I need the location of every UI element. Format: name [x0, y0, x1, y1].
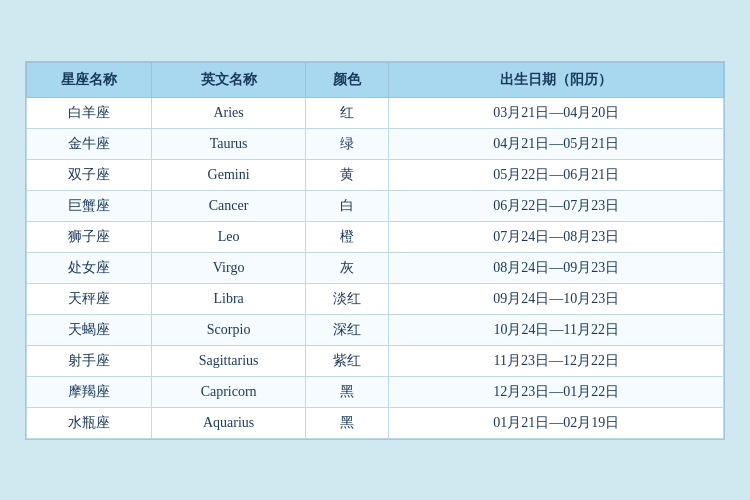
cell-english-name: Gemini	[152, 159, 305, 190]
table-row: 天蝎座Scorpio深红10月24日—11月22日	[27, 314, 724, 345]
cell-color: 绿	[305, 128, 389, 159]
cell-english-name: Capricorn	[152, 376, 305, 407]
zodiac-table-container: 星座名称 英文名称 颜色 出生日期（阳历） 白羊座Aries红03月21日—04…	[25, 61, 725, 440]
zodiac-table: 星座名称 英文名称 颜色 出生日期（阳历） 白羊座Aries红03月21日—04…	[26, 62, 724, 439]
cell-color: 白	[305, 190, 389, 221]
table-row: 狮子座Leo橙07月24日—08月23日	[27, 221, 724, 252]
table-row: 金牛座Taurus绿04月21日—05月21日	[27, 128, 724, 159]
cell-birth-date: 11月23日—12月22日	[389, 345, 724, 376]
table-body: 白羊座Aries红03月21日—04月20日金牛座Taurus绿04月21日—0…	[27, 97, 724, 438]
cell-color: 红	[305, 97, 389, 128]
cell-english-name: Aries	[152, 97, 305, 128]
cell-color: 灰	[305, 252, 389, 283]
header-birth-date: 出生日期（阳历）	[389, 62, 724, 97]
cell-birth-date: 06月22日—07月23日	[389, 190, 724, 221]
cell-birth-date: 08月24日—09月23日	[389, 252, 724, 283]
cell-birth-date: 01月21日—02月19日	[389, 407, 724, 438]
table-row: 白羊座Aries红03月21日—04月20日	[27, 97, 724, 128]
cell-color: 深红	[305, 314, 389, 345]
cell-chinese-name: 天蝎座	[27, 314, 152, 345]
cell-chinese-name: 双子座	[27, 159, 152, 190]
cell-english-name: Libra	[152, 283, 305, 314]
cell-color: 黑	[305, 407, 389, 438]
table-row: 双子座Gemini黄05月22日—06月21日	[27, 159, 724, 190]
cell-english-name: Sagittarius	[152, 345, 305, 376]
cell-color: 淡红	[305, 283, 389, 314]
cell-chinese-name: 水瓶座	[27, 407, 152, 438]
cell-chinese-name: 天秤座	[27, 283, 152, 314]
cell-chinese-name: 摩羯座	[27, 376, 152, 407]
cell-color: 黑	[305, 376, 389, 407]
cell-birth-date: 03月21日—04月20日	[389, 97, 724, 128]
table-header-row: 星座名称 英文名称 颜色 出生日期（阳历）	[27, 62, 724, 97]
cell-english-name: Aquarius	[152, 407, 305, 438]
cell-english-name: Leo	[152, 221, 305, 252]
header-english-name: 英文名称	[152, 62, 305, 97]
cell-english-name: Taurus	[152, 128, 305, 159]
table-row: 水瓶座Aquarius黑01月21日—02月19日	[27, 407, 724, 438]
cell-color: 橙	[305, 221, 389, 252]
cell-english-name: Cancer	[152, 190, 305, 221]
cell-birth-date: 07月24日—08月23日	[389, 221, 724, 252]
cell-chinese-name: 白羊座	[27, 97, 152, 128]
header-chinese-name: 星座名称	[27, 62, 152, 97]
table-row: 天秤座Libra淡红09月24日—10月23日	[27, 283, 724, 314]
cell-birth-date: 09月24日—10月23日	[389, 283, 724, 314]
cell-color: 黄	[305, 159, 389, 190]
cell-birth-date: 12月23日—01月22日	[389, 376, 724, 407]
header-color: 颜色	[305, 62, 389, 97]
cell-birth-date: 10月24日—11月22日	[389, 314, 724, 345]
cell-chinese-name: 处女座	[27, 252, 152, 283]
table-row: 处女座Virgo灰08月24日—09月23日	[27, 252, 724, 283]
cell-chinese-name: 射手座	[27, 345, 152, 376]
cell-english-name: Virgo	[152, 252, 305, 283]
cell-chinese-name: 金牛座	[27, 128, 152, 159]
cell-color: 紫红	[305, 345, 389, 376]
cell-english-name: Scorpio	[152, 314, 305, 345]
cell-birth-date: 05月22日—06月21日	[389, 159, 724, 190]
table-row: 巨蟹座Cancer白06月22日—07月23日	[27, 190, 724, 221]
cell-birth-date: 04月21日—05月21日	[389, 128, 724, 159]
table-row: 摩羯座Capricorn黑12月23日—01月22日	[27, 376, 724, 407]
cell-chinese-name: 狮子座	[27, 221, 152, 252]
table-row: 射手座Sagittarius紫红11月23日—12月22日	[27, 345, 724, 376]
cell-chinese-name: 巨蟹座	[27, 190, 152, 221]
